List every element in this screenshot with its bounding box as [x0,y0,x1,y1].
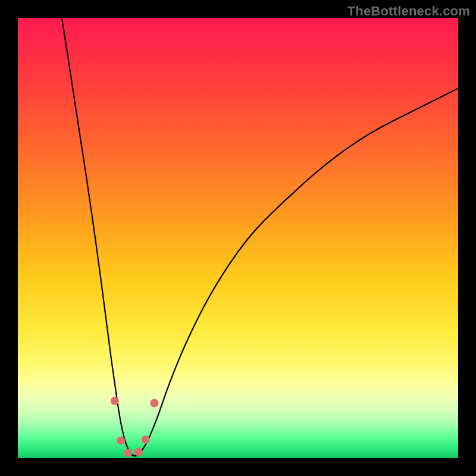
curve-layer [62,18,458,456]
chart-svg [18,18,458,458]
chart-frame: TheBottleneck.com [0,0,476,476]
data-marker [117,436,125,444]
watermark-text: TheBottleneck.com [347,4,470,19]
data-marker [124,449,132,457]
plot-area [18,18,458,458]
data-marker [134,448,143,456]
bottleneck-curve [62,18,458,456]
data-marker [142,436,150,444]
data-marker [150,399,158,408]
data-marker [111,397,119,405]
